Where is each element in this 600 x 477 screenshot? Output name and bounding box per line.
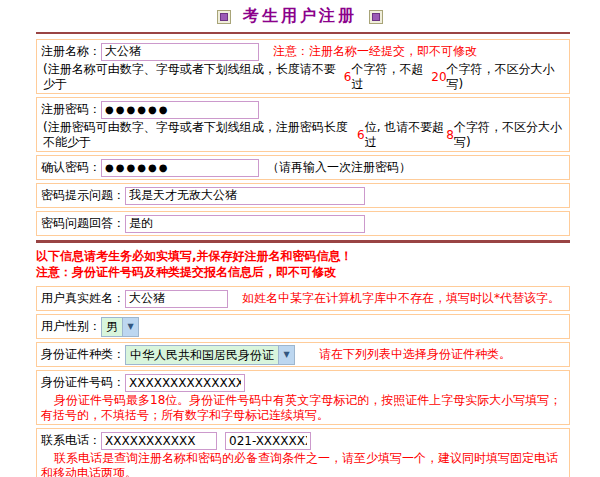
id-number-input[interactable]	[125, 374, 245, 392]
mobile-phone-input[interactable]	[101, 432, 217, 450]
password-answer-input[interactable]	[125, 215, 365, 233]
reg-name-row: 注册名称： 注意：注册名称一经提交，即不可修改 (注册名称可由数字、字母或者下划…	[36, 39, 570, 94]
reg-name-label: 注册名称：	[41, 43, 101, 60]
window-icon	[217, 10, 231, 24]
id-type-selected-value: 中华人民共和国居民身份证	[126, 346, 278, 364]
real-name-row: 用户真实姓名： 如姓名中某字在计算机字库中不存在，填写时以*代替该字。	[36, 286, 570, 311]
phone-label: 联系电话：	[41, 432, 101, 449]
gender-row: 用户性别： 男 ▼	[36, 314, 570, 339]
gender-select[interactable]: 男 ▼	[101, 317, 139, 337]
password-answer-label: 密码问题回答：	[41, 215, 125, 232]
reg-name-input[interactable]	[101, 43, 259, 61]
id-number-row: 身份证件号码： 身份证件号码最多18位。身份证件号码中有英文字母标记的，按照证件…	[36, 370, 570, 425]
notice-line-2: 注意：身份证件号码及种类提交报名信息后，即不可修改	[36, 264, 570, 280]
phone-row: 联系电话： 联系电话是查询注册名称和密码的必备查询条件之一，请至少填写一个，建议…	[36, 428, 570, 477]
real-name-note: 如姓名中某字在计算机字库中不存在，填写时以*代替该字。	[242, 290, 560, 307]
reg-password-row: 注册密码： (注册密码可由数字、字母或者下划线组成，注册密码长度不能少于6位, …	[36, 97, 570, 152]
id-type-note: 请在下列列表中选择身份证件种类。	[319, 346, 511, 363]
landline-phone-input[interactable]	[225, 432, 311, 450]
gender-selected-value: 男	[102, 318, 122, 336]
confirm-password-input[interactable]	[101, 159, 259, 177]
password-question-input[interactable]	[125, 187, 365, 205]
reg-name-hint: (注册名称可由数字、字母或者下划线组成，长度请不要少于6个字符，不超过20个字符…	[41, 62, 565, 92]
window-icon	[369, 10, 383, 24]
confirm-password-hint: （请再输入一次注册密码）	[267, 159, 411, 176]
chevron-down-icon[interactable]: ▼	[278, 346, 294, 364]
section-notice: 以下信息请考生务必如实填写,并保存好注册名和密码信息！ 注意：身份证件号码及种类…	[36, 248, 570, 280]
id-type-row: 身份证件种类： 中华人民共和国居民身份证 ▼ 请在下列列表中选择身份证件种类。	[36, 342, 570, 367]
reg-name-warning: 注意：注册名称一经提交，即不可修改	[273, 43, 477, 60]
notice-line-1: 以下信息请考生务必如实填写,并保存好注册名和密码信息！	[36, 248, 570, 264]
id-type-label: 身份证件种类：	[41, 346, 125, 363]
divider	[36, 32, 570, 34]
id-number-note: 身份证件号码最多18位。身份证件号码中有英文字母标记的，按照证件上字母实际大小写…	[41, 393, 565, 423]
page-title: 考生用户注册	[243, 6, 357, 27]
id-type-select[interactable]: 中华人民共和国居民身份证 ▼	[125, 345, 295, 365]
password-answer-row: 密码问题回答：	[36, 211, 570, 236]
gender-label: 用户性别：	[41, 318, 101, 335]
registration-page: 考生用户注册 注册名称： 注意：注册名称一经提交，即不可修改 (注册名称可由数字…	[0, 0, 600, 477]
reg-password-hint: (注册密码可由数字、字母或者下划线组成，注册密码长度不能少于6位, 也请不要超过…	[41, 120, 565, 150]
password-question-label: 密码提示问题：	[41, 187, 125, 204]
real-name-label: 用户真实姓名：	[41, 290, 125, 307]
reg-password-label: 注册密码：	[41, 101, 101, 118]
section-divider	[36, 240, 570, 243]
chevron-down-icon[interactable]: ▼	[122, 318, 138, 336]
real-name-input[interactable]	[125, 290, 228, 308]
registration-form: 注册名称： 注意：注册名称一经提交，即不可修改 (注册名称可由数字、字母或者下划…	[36, 39, 570, 477]
reg-password-input[interactable]	[101, 101, 259, 119]
confirm-password-row: 确认密码： （请再输入一次注册密码）	[36, 155, 570, 180]
title-bar: 考生用户注册	[0, 0, 600, 30]
id-number-label: 身份证件号码：	[41, 374, 125, 391]
phone-note-1: 联系电话是查询注册名称和密码的必备查询条件之一，请至少填写一个，建议同时填写固定…	[41, 451, 565, 477]
confirm-password-label: 确认密码：	[41, 159, 101, 176]
password-question-row: 密码提示问题：	[36, 183, 570, 208]
